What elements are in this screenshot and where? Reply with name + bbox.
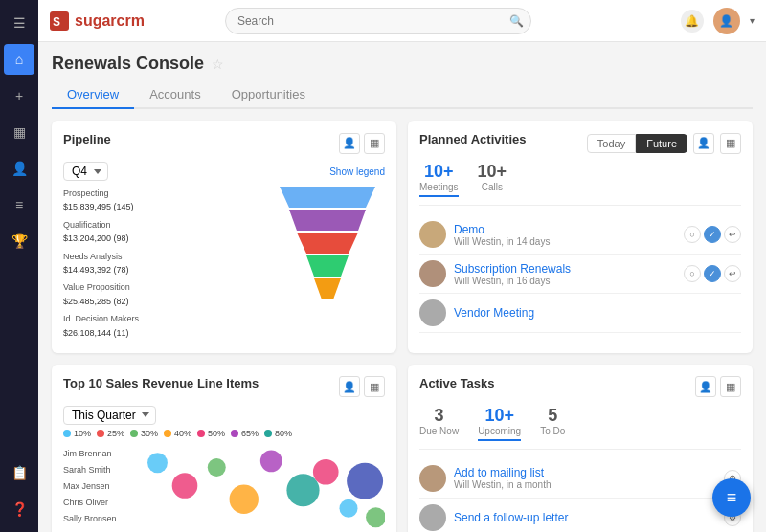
activity-title[interactable]: Subscription Renewals: [454, 262, 676, 276]
calls-count: 10+: [478, 162, 507, 182]
sidebar-filter[interactable]: ≡: [4, 189, 34, 220]
period-select[interactable]: This Quarter: [63, 406, 156, 425]
svg-point-15: [347, 463, 383, 499]
stage-prospecting: Prospecting$15,839,495 (145): [63, 187, 262, 214]
name-sally: Sally Bronsen: [63, 511, 130, 527]
name-sarah: Sarah Smith: [63, 462, 130, 478]
search-input[interactable]: [225, 8, 531, 34]
activity-actions: ○ ✓ ↩: [684, 226, 741, 243]
avatar: [419, 299, 446, 326]
svg-marker-5: [306, 255, 349, 277]
activity-title[interactable]: Demo: [454, 223, 676, 236]
tab-accounts[interactable]: Accounts: [134, 81, 215, 109]
favorite-star-icon[interactable]: ☆: [212, 56, 224, 72]
bubble-legend: 10% 25% 30% 40% 50% 65% 80%: [63, 429, 385, 438]
sidebar-dashboard[interactable]: ▦: [4, 117, 34, 147]
search-icon: 🔍: [509, 14, 524, 28]
sidebar: ☰ ⌂ + ▦ 👤 ≡ 🏆 📋 ❓: [0, 0, 38, 532]
activity-info: Demo Will Westin, in 14 days: [454, 223, 676, 247]
fab-button[interactable]: ≡: [712, 478, 751, 517]
active-tasks-title: Active Tasks: [419, 376, 495, 390]
main-area: S sugarcrm 🔍 🔔 👤 ▾ Renewals Console ☆ Ov…: [38, 0, 766, 532]
logo-text: sugarcrm: [75, 12, 145, 30]
bubble-plot: November December: [130, 442, 385, 532]
action-btn-1[interactable]: ○: [684, 265, 701, 282]
pipeline-title: Pipeline: [63, 132, 111, 146]
tab-opportunities[interactable]: Opportunities: [216, 81, 321, 109]
action-btn-3[interactable]: ↩: [724, 226, 741, 243]
activity-actions: ○ ✓ ↩: [684, 265, 741, 282]
today-button[interactable]: Today: [587, 134, 636, 153]
active-tasks-header: Active Tasks 👤 ▦: [419, 376, 741, 398]
legend-40: 40%: [164, 429, 192, 438]
sidebar-help[interactable]: ❓: [4, 494, 34, 524]
avatar[interactable]: 👤: [713, 8, 740, 34]
bubble-names: Jim Brennan Sarah Smith Max Jensen Chris…: [63, 442, 130, 532]
action-btn-2[interactable]: ✓: [704, 226, 721, 243]
planned-stats-row: 10+ Meetings 10+ Calls: [419, 162, 741, 206]
future-button[interactable]: Future: [636, 134, 687, 153]
quarter-select[interactable]: Q4Q3Q2Q1: [63, 162, 108, 181]
activity-title[interactable]: Vendor Meeting: [454, 306, 741, 320]
pipeline-person-icon[interactable]: 👤: [339, 133, 360, 154]
notification-bell[interactable]: 🔔: [681, 10, 704, 33]
sidebar-menu[interactable]: ☰: [4, 8, 34, 38]
activity-info: Subscription Renewals Will Westin, in 16…: [454, 262, 676, 286]
tabs: Overview Accounts Opportunities: [52, 81, 753, 109]
activity-list: Demo Will Westin, in 14 days ○ ✓ ↩ Subsc…: [419, 215, 741, 333]
action-btn-1[interactable]: ○: [684, 226, 701, 243]
avatar: [419, 504, 446, 531]
svg-marker-3: [289, 210, 366, 231]
upcoming-stat: 10+ Upcoming: [478, 406, 521, 441]
action-btn-3[interactable]: ↩: [724, 265, 741, 282]
logo: S sugarcrm: [50, 11, 145, 31]
task-title[interactable]: Send a follow-up letter: [454, 511, 716, 524]
due-now-count: 3: [419, 406, 459, 426]
calls-label: Calls: [478, 182, 507, 192]
top10-chart-icon[interactable]: ▦: [364, 376, 385, 397]
meetings-label: Meetings: [419, 182, 459, 192]
top10-person-icon[interactable]: 👤: [339, 376, 360, 397]
legend-25: 25%: [97, 429, 124, 438]
planned-chart-icon[interactable]: ▦: [720, 133, 741, 154]
pipeline-card: Pipeline 👤 ▦ Q4Q3Q2Q1 Show legend Prosp: [52, 121, 396, 353]
sidebar-trophy[interactable]: 🏆: [4, 226, 34, 256]
task-item: Send a follow-up letter ⚙: [419, 499, 741, 532]
tasks-person-icon[interactable]: 👤: [695, 376, 716, 397]
task-info: Send a follow-up letter: [454, 511, 716, 524]
sidebar-person[interactable]: 👤: [4, 153, 34, 184]
svg-point-13: [313, 459, 339, 485]
top10-actions: 👤 ▦: [339, 376, 385, 397]
avatar: [419, 465, 446, 492]
action-btn-2[interactable]: ✓: [704, 265, 721, 282]
sidebar-home[interactable]: ⌂: [4, 44, 34, 75]
svg-point-11: [260, 450, 282, 472]
sidebar-add[interactable]: +: [4, 80, 34, 111]
svg-point-10: [230, 484, 259, 513]
svg-point-8: [172, 473, 198, 499]
show-legend-link[interactable]: Show legend: [329, 166, 385, 177]
pipeline-chart-icon[interactable]: ▦: [364, 133, 385, 154]
page-header: Renewals Console ☆: [52, 54, 753, 74]
svg-point-7: [147, 453, 168, 473]
search-bar: 🔍: [225, 8, 531, 34]
stage-qualification: Qualification$13,204,200 (98): [63, 218, 262, 246]
tasks-chart-icon[interactable]: ▦: [720, 376, 741, 397]
planned-activities-header: Planned Activities Today Future 👤 ▦: [419, 132, 741, 154]
sidebar-reports[interactable]: 📋: [4, 457, 34, 488]
content: Renewals Console ☆ Overview Accounts Opp…: [38, 42, 766, 532]
planned-person-icon[interactable]: 👤: [693, 133, 714, 154]
activity-info: Vendor Meeting: [454, 306, 741, 320]
task-title[interactable]: Add to mailing list: [454, 466, 716, 479]
legend-50: 50%: [197, 429, 225, 438]
svg-marker-4: [297, 233, 358, 254]
due-now-label: Due Now: [419, 426, 459, 436]
activity-item: Subscription Renewals Will Westin, in 16…: [419, 255, 741, 294]
stage-value-prop: Value Proposition$25,485,285 (82): [63, 280, 262, 308]
tab-overview[interactable]: Overview: [52, 81, 134, 109]
chevron-down-icon[interactable]: ▾: [750, 15, 755, 26]
today-future-toggle: Today Future: [587, 134, 687, 153]
avatar: [419, 221, 446, 248]
name-chris: Chris Oliver: [63, 495, 130, 511]
upcoming-label: Upcoming: [478, 426, 521, 436]
